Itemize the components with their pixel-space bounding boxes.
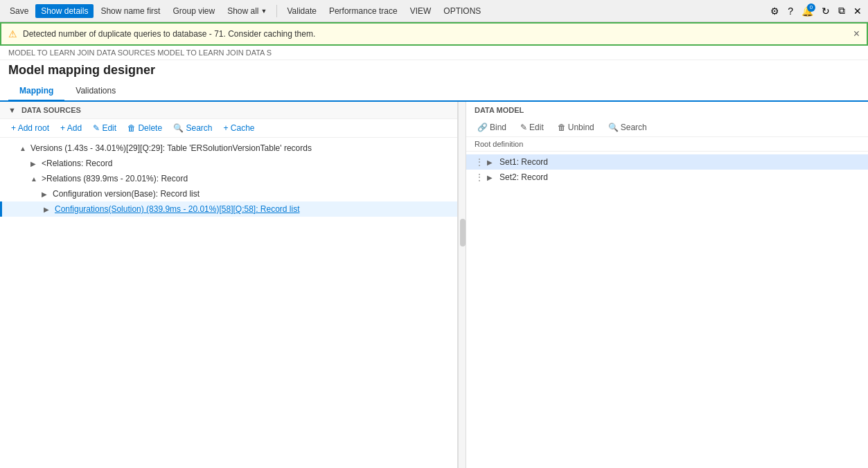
link-icon: 🔗 — [477, 123, 488, 132]
add-root-button[interactable]: + Add root — [8, 122, 52, 134]
separator-1 — [276, 5, 277, 17]
tree-expand-versions[interactable]: ▲ — [19, 143, 29, 154]
refresh-icon-btn[interactable]: ↻ — [820, 3, 832, 19]
search-button[interactable]: 🔍 Search — [170, 122, 215, 134]
dm-item-set2[interactable]: ⋮ ▶ Set2: Record — [466, 170, 868, 185]
left-panel: ▼ DATA SOURCES + Add root + Add ✎ Edit 🗑… — [0, 102, 458, 468]
tree-item-relations-record[interactable]: ▶ <Relations: Record — [0, 156, 457, 171]
dm-edit-button[interactable]: ✎ Edit — [517, 121, 547, 134]
group-view-button[interactable]: Group view — [167, 4, 220, 18]
search-icon: 🔍 — [608, 123, 619, 132]
tree-expand-rel-record[interactable]: ▶ — [30, 159, 40, 169]
help-icon-btn[interactable]: ? — [786, 3, 795, 19]
tree-expand-config[interactable]: ▶ — [42, 189, 51, 199]
tree-item-relations-839[interactable]: ▲ >Relations (839.9ms - 20.01%): Record — [0, 171, 457, 186]
restore-icon-btn[interactable]: ⧉ — [836, 3, 847, 19]
tree-item-config-version[interactable]: ▶ Configuration version(Base): Record li… — [0, 186, 457, 201]
save-button[interactable]: Save — [4, 4, 34, 18]
datasource-tree: ▲ Versions (1.43s - 34.01%)[29][Q:29]: T… — [0, 138, 457, 468]
data-model-tree: ⋮ ▶ Set1: Record ⋮ ▶ Set2: Record — [466, 152, 868, 468]
dm-search-button[interactable]: 🔍 Search — [605, 121, 650, 134]
unbind-button[interactable]: 🗑 Unbind — [555, 121, 597, 134]
tree-item-rel839-text: >Relations (839.9ms - 20.01%): Record — [42, 172, 449, 185]
drag-handle-set2: ⋮ — [475, 172, 484, 183]
tab-validations[interactable]: Validations — [64, 82, 127, 102]
data-model-header: DATA MODEL — [466, 102, 868, 118]
tree-item-config-text: Configuration version(Base): Record list — [53, 188, 449, 200]
show-all-button[interactable]: Show all ▼ — [222, 4, 272, 18]
notifications-badge[interactable]: 🔔0 — [799, 3, 815, 19]
bind-button[interactable]: 🔗 Bind — [475, 121, 509, 134]
show-details-button[interactable]: Show details — [35, 4, 94, 18]
expand-icon-set2[interactable]: ▶ — [487, 174, 497, 181]
settings-icon-btn[interactable]: ⚙ — [768, 3, 781, 19]
alert-message: Detected number of duplicate queries to … — [23, 29, 315, 39]
dm-item-set1-label: Set1: Record — [499, 157, 548, 167]
drag-handle-set1: ⋮ — [475, 156, 484, 168]
view-button[interactable]: VIEW — [405, 4, 437, 18]
datasources-section-label: DATA SOURCES — [21, 106, 81, 114]
root-definition: Root definition — [466, 137, 868, 152]
datasources-collapse-icon[interactable]: ▼ — [8, 106, 16, 114]
right-panel: DATA MODEL 🔗 Bind ✎ Edit 🗑 Unbind 🔍 Sear… — [466, 102, 868, 468]
performance-trace-button[interactable]: Performance trace — [324, 4, 403, 18]
expand-icon-set1[interactable]: ▶ — [487, 159, 497, 166]
dm-item-set2-label: Set2: Record — [499, 172, 548, 182]
tree-item-configurations-text: Configurations(Solution) (839.9ms - 20.0… — [55, 203, 449, 215]
tree-expand-configurations[interactable]: ▶ — [44, 204, 53, 215]
close-icon-btn[interactable]: ✕ — [851, 3, 864, 19]
page-title: Model mapping designer — [0, 60, 868, 82]
dm-item-set1[interactable]: ⋮ ▶ Set1: Record — [466, 154, 868, 170]
tree-expand-rel839[interactable]: ▲ — [30, 174, 40, 184]
warning-icon: ⚠ — [8, 28, 17, 39]
unlink-icon: 🗑 — [558, 123, 566, 132]
tree-item-configurations[interactable]: ▶ Configurations(Solution) (839.9ms - 20… — [0, 201, 457, 217]
tab-bar: Mapping Validations — [0, 82, 868, 102]
tree-item-versions[interactable]: ▲ Versions (1.43s - 34.01%)[29][Q:29]: T… — [0, 141, 457, 156]
edit-button[interactable]: ✎ Edit — [90, 122, 119, 134]
show-name-first-button[interactable]: Show name first — [95, 4, 166, 18]
vertical-scrollbar[interactable] — [458, 102, 466, 468]
datasource-toolbar: + Add root + Add ✎ Edit 🗑 Delete 🔍 Searc… — [0, 119, 457, 138]
data-sources-header: ▼ DATA SOURCES — [0, 102, 457, 119]
toolbar-icons: ⚙ ? 🔔0 ↻ ⧉ ✕ — [768, 3, 864, 19]
main-layout: ▼ DATA SOURCES + Add root + Add ✎ Edit 🗑… — [0, 102, 868, 468]
cache-button[interactable]: + Cache — [220, 122, 257, 134]
tab-mapping[interactable]: Mapping — [8, 82, 64, 102]
chevron-down-icon: ▼ — [261, 8, 267, 15]
tree-item-versions-text: Versions (1.43s - 34.01%)[29][Q:29]: Tab… — [30, 142, 449, 154]
data-model-toolbar: 🔗 Bind ✎ Edit 🗑 Unbind 🔍 Search — [466, 118, 868, 137]
tree-item-rel-record-text: <Relations: Record — [42, 157, 449, 170]
show-all-label: Show all — [227, 6, 258, 16]
pencil-icon: ✎ — [520, 123, 527, 132]
breadcrumb: MODEL TO LEARN JOIN DATA SOURCES MODEL T… — [0, 46, 868, 60]
alert-close-button[interactable]: × — [853, 28, 860, 40]
alert-banner: ⚠ Detected number of duplicate queries t… — [0, 22, 868, 46]
options-button[interactable]: OPTIONS — [438, 4, 486, 18]
validate-button[interactable]: Validate — [281, 4, 321, 18]
delete-button[interactable]: 🗑 Delete — [125, 122, 165, 134]
main-toolbar: Save Show details Show name first Group … — [0, 0, 868, 22]
add-button[interactable]: + Add — [57, 122, 85, 134]
